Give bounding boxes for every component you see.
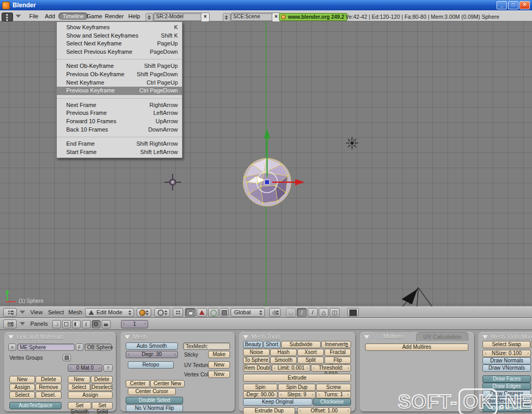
to-sphere-button[interactable]: To Sphere (243, 357, 270, 364)
camera-object[interactable] (389, 282, 441, 306)
noise-button[interactable]: Noise (243, 349, 270, 356)
menu-item-show-keyframes[interactable]: Show KeyframesK (57, 23, 182, 32)
editor-type-icon[interactable] (3, 308, 17, 317)
threshold-stepper[interactable]: Threshold: 0.010 (311, 364, 351, 372)
face-select-button[interactable]: △ (319, 308, 329, 317)
draw-faces-toggle[interactable]: Draw Faces (482, 375, 531, 383)
material-assign-button[interactable]: Assign (68, 392, 113, 399)
menu-item-next-keyframe[interactable]: Next KeyframeCtrl PageUp (57, 79, 182, 87)
short-toggle[interactable]: Short (263, 341, 281, 348)
panel-title[interactable]: Mesh Tools (251, 334, 280, 340)
screen-delete-icon[interactable] (201, 13, 210, 22)
scene-field[interactable]: SCE:Scene (231, 13, 276, 21)
vgroup-assign-button[interactable]: Assign (9, 384, 35, 391)
screw-button[interactable]: Screw (316, 384, 351, 391)
screen-browse-icon[interactable] (146, 13, 153, 21)
material-select-button[interactable]: Select (68, 384, 90, 391)
beauty-toggle[interactable]: Beauty (243, 341, 263, 348)
uv-texture-new-button[interactable]: New (208, 361, 230, 369)
script-context-icon[interactable] (62, 320, 71, 328)
vertex-color-new-button[interactable]: New (208, 371, 230, 378)
vgroup-deselect-button[interactable]: Desel. (35, 392, 62, 399)
material-delete-button[interactable]: Delete (91, 376, 113, 383)
menu-item-select-next-keyframe[interactable]: Select Next KeyframePageUp (57, 40, 182, 48)
render-preview-button[interactable] (347, 308, 359, 317)
panels-menu[interactable]: Panels (30, 321, 48, 327)
double-sided-toggle[interactable]: Double Sided (126, 397, 183, 404)
keep-original-toggle[interactable]: Keep Original (243, 398, 312, 406)
clockwise-toggle[interactable]: Clockwise (313, 398, 351, 406)
mode-dropdown[interactable]: Edit Mode (85, 308, 134, 317)
window-type-icon[interactable] (2, 13, 13, 21)
no-vnormal-flip-toggle[interactable]: No V.Normal Flip (126, 405, 183, 412)
xsort-button[interactable]: Xsort (297, 349, 324, 356)
edge-select-button[interactable]: / (308, 308, 318, 317)
header-collapse-icon[interactable] (20, 322, 25, 325)
smooth-button[interactable]: Smooth (270, 357, 297, 364)
vgroup-remove-button[interactable]: Remove (35, 384, 62, 391)
split-button[interactable]: Split (297, 357, 324, 364)
hash-button[interactable]: Hash (270, 349, 297, 356)
menu-item-start-frame[interactable]: Start FrameShift LeftArrow (57, 148, 182, 157)
menu-item-select-previous-keyframe[interactable]: Select Previous KeyframePageDown (57, 48, 182, 56)
offset-stepper[interactable]: Offset: 1.00 (297, 407, 351, 414)
shading-context-icon[interactable] (72, 320, 81, 328)
tab-uv-calculation[interactable]: UV Calculation (416, 332, 468, 341)
fractal-button[interactable]: Fractal (324, 349, 351, 356)
degr-stepper[interactable]: Degr: 90.00 (243, 391, 277, 398)
vgroup-new-button[interactable]: New (9, 376, 35, 383)
maximize-button[interactable]: □ (508, 1, 518, 9)
draw-normals-toggle[interactable]: Draw Normals (482, 357, 531, 364)
mesh-browse-icon[interactable] (8, 344, 16, 351)
vgroup-select-button[interactable]: Select (9, 392, 35, 399)
menu-game[interactable]: Game (87, 13, 102, 19)
editor-type-icon[interactable]: ▤ (3, 320, 17, 328)
screen-field[interactable]: SR:2-Model (153, 13, 205, 21)
center-new-button[interactable]: Center New (150, 380, 185, 387)
proportional-edit-button[interactable]: ◡ (286, 308, 296, 317)
center-cursor-button[interactable]: Center Cursor (128, 388, 176, 395)
material-new-button[interactable]: New (68, 376, 90, 383)
menu-item-show-select-keyframes[interactable]: Show and Select KeyframesShift K (57, 32, 182, 40)
spin-dup-button[interactable]: Spin Dup (278, 384, 316, 391)
panel-collapse-icon[interactable] (364, 335, 369, 339)
manipulator-mode-button[interactable] (220, 308, 228, 317)
menu-add[interactable]: Add (45, 13, 55, 19)
scale-manipulator-button[interactable] (208, 308, 219, 317)
scene-context-icon[interactable] (102, 320, 111, 328)
panel-collapse-icon[interactable] (243, 335, 248, 339)
blender-version-link[interactable]: www.blender.org 249.2 (279, 13, 347, 21)
scene-browse-icon[interactable] (223, 13, 231, 21)
menu-item-back-10-frames[interactable]: Back 10 FramesDownArrow (57, 126, 182, 134)
material-index-stepper[interactable]: 0 Mat 0 (68, 364, 102, 372)
fake-user-button[interactable]: F (76, 344, 83, 351)
snap-button[interactable]: ◎ (269, 308, 281, 317)
menu-item-next-ob-keyframe[interactable]: Next Ob-KeyframeShift PageUp (57, 62, 182, 70)
draw-vnormals-toggle[interactable]: Draw VNormals (482, 364, 531, 372)
occlude-geometry-button[interactable]: ◫ (330, 308, 340, 317)
panel-collapse-icon[interactable] (8, 335, 14, 339)
close-button[interactable]: ✕ (519, 1, 530, 9)
panel-title[interactable]: Link and Materials (17, 334, 63, 340)
vertex-select-button[interactable]: / (297, 308, 307, 317)
menu-item-end-frame[interactable]: End FrameShift RightArrow (57, 140, 182, 148)
extrude-button[interactable]: Extrude (243, 374, 351, 382)
sphere-object-editmode[interactable] (234, 125, 312, 214)
menu-help[interactable]: Help (128, 13, 140, 19)
texmesh-field[interactable]: TexMesh: (183, 342, 230, 350)
menu-item-previous-keyframe[interactable]: Previous KeyframeCtrl PageDown (57, 87, 182, 95)
add-multires-button[interactable]: Add Multires (365, 344, 468, 351)
vgroup-delete-button[interactable]: Delete (35, 376, 62, 383)
pivot-dropdown[interactable] (154, 308, 170, 317)
editing-context-icon[interactable] (92, 320, 101, 328)
subdivide-button[interactable]: Subdivide (281, 341, 321, 348)
header-collapse-icon[interactable] (16, 15, 21, 18)
limit-stepper[interactable]: Limit: 0.001 (272, 364, 310, 372)
view3d-menu-select[interactable]: Select (48, 309, 64, 315)
panel-title[interactable]: Mesh (133, 334, 147, 340)
frame-number-stepper[interactable]: 1 (121, 320, 148, 328)
window-titlebar[interactable]: Blender _ □ ✕ (0, 0, 532, 10)
autotexspace-toggle[interactable]: AutoTexSpace (9, 402, 62, 409)
menu-file[interactable]: File (29, 13, 39, 19)
vertex-groups-new-icon[interactable] (63, 354, 71, 361)
